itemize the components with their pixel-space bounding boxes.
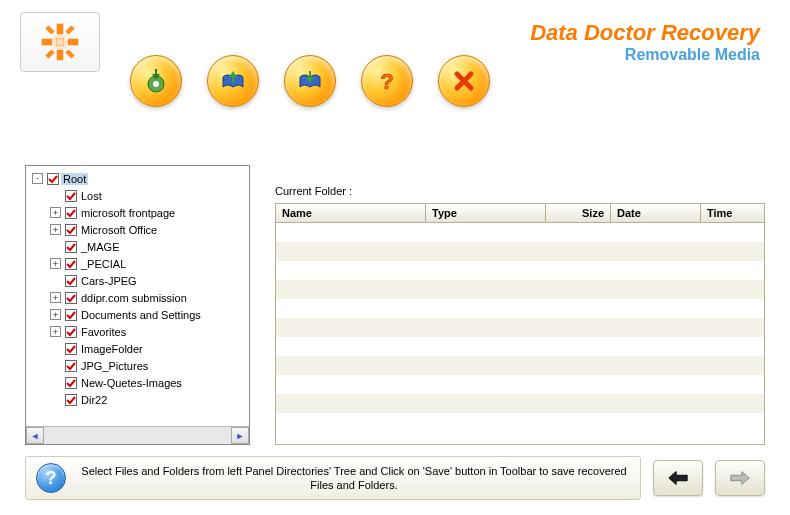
logo-ornament-icon (40, 22, 80, 62)
tree-node-label[interactable]: Root (61, 173, 88, 185)
close-button[interactable] (438, 55, 490, 107)
expander-spacer (50, 275, 61, 286)
svg-rect-4 (46, 26, 54, 34)
tree-node-label[interactable]: _PECIAL (79, 258, 128, 270)
tree-node-label[interactable]: ddipr.com submission (79, 292, 189, 304)
table-row (276, 413, 764, 432)
tree-node-label[interactable]: Lost (79, 190, 104, 202)
table-row (276, 394, 764, 413)
tree-node-label[interactable]: Cars-JPEG (79, 275, 139, 287)
column-header-date[interactable]: Date (611, 204, 701, 222)
table-row (276, 261, 764, 280)
tree-node-label[interactable]: Dir22 (79, 394, 109, 406)
scroll-right-button[interactable]: ► (231, 427, 249, 444)
table-row (276, 299, 764, 318)
tree-node-label[interactable]: Favorites (79, 326, 128, 338)
svg-rect-6 (46, 50, 54, 58)
checkbox[interactable] (65, 241, 77, 253)
tree-node-label[interactable]: _MAGE (79, 241, 122, 253)
checkbox[interactable] (65, 394, 77, 406)
grid-header: Name Type Size Date Time (275, 203, 765, 223)
collapse-icon[interactable]: - (32, 173, 43, 184)
table-row (276, 375, 764, 394)
expand-icon[interactable]: + (50, 224, 61, 235)
column-header-time[interactable]: Time (701, 204, 764, 222)
svg-rect-1 (57, 50, 63, 60)
column-header-type[interactable]: Type (426, 204, 546, 222)
checkbox[interactable] (65, 207, 77, 219)
tree-node[interactable]: Dir22 (28, 391, 247, 408)
book-down-icon (296, 67, 324, 95)
tree-node-label[interactable]: ImageFolder (79, 343, 145, 355)
save-button[interactable] (284, 55, 336, 107)
svg-rect-5 (66, 26, 74, 34)
expand-icon[interactable]: + (50, 258, 61, 269)
tree-node[interactable]: JPG_Pictures (28, 357, 247, 374)
svg-point-11 (153, 81, 159, 87)
tree-node-label[interactable]: Microsoft Office (79, 224, 159, 236)
tree-node-label[interactable]: New-Quetes-Images (79, 377, 184, 389)
checkbox[interactable] (47, 173, 59, 185)
tree-node-label[interactable]: Documents and Settings (79, 309, 203, 321)
tree-node-label[interactable]: JPG_Pictures (79, 360, 150, 372)
checkbox[interactable] (65, 377, 77, 389)
checkbox[interactable] (65, 224, 77, 236)
checkbox[interactable] (65, 292, 77, 304)
svg-rect-3 (68, 39, 78, 45)
svg-rect-7 (66, 50, 74, 58)
app-title-block: Data Doctor Recovery Removable Media (530, 20, 760, 64)
tree-node[interactable]: _MAGE (28, 238, 247, 255)
load-button[interactable] (130, 55, 182, 107)
table-row (276, 337, 764, 356)
tree-body[interactable]: -RootLost+microsoft frontpage+Microsoft … (26, 166, 249, 426)
tree-node-label[interactable]: microsoft frontpage (79, 207, 177, 219)
svg-text:?: ? (380, 69, 393, 94)
tree-node[interactable]: Lost (28, 187, 247, 204)
table-row (276, 242, 764, 261)
checkbox[interactable] (65, 326, 77, 338)
column-header-size[interactable]: Size (546, 204, 611, 222)
column-header-name[interactable]: Name (276, 204, 426, 222)
cross-icon (450, 67, 478, 95)
expand-icon[interactable]: + (50, 309, 61, 320)
table-row (276, 356, 764, 375)
hint-panel: ? Select Files and Folders from left Pan… (25, 456, 641, 500)
tree-panel: -RootLost+microsoft frontpage+Microsoft … (25, 165, 250, 445)
tree-node[interactable]: +Favorites (28, 323, 247, 340)
checkbox[interactable] (65, 309, 77, 321)
tree-node[interactable]: +microsoft frontpage (28, 204, 247, 221)
table-row (276, 318, 764, 337)
expand-icon[interactable]: + (50, 326, 61, 337)
tree-node[interactable]: +ddipr.com submission (28, 289, 247, 306)
app-title: Data Doctor Recovery (530, 20, 760, 46)
tree-node[interactable]: -Root (28, 170, 247, 187)
expand-icon[interactable]: + (50, 207, 61, 218)
expander-spacer (50, 360, 61, 371)
tree-node[interactable]: ImageFolder (28, 340, 247, 357)
checkbox[interactable] (65, 190, 77, 202)
checkbox[interactable] (65, 360, 77, 372)
expander-spacer (50, 190, 61, 201)
help-button[interactable]: ? (361, 55, 413, 107)
checkbox[interactable] (65, 275, 77, 287)
app-subtitle: Removable Media (530, 46, 760, 64)
tree-node[interactable]: +_PECIAL (28, 255, 247, 272)
open-button[interactable] (207, 55, 259, 107)
scroll-left-button[interactable]: ◄ (26, 427, 44, 444)
expand-icon[interactable]: + (50, 292, 61, 303)
tree-node[interactable]: +Microsoft Office (28, 221, 247, 238)
tree-node[interactable]: +Documents and Settings (28, 306, 247, 323)
toolbar: ? (130, 55, 490, 107)
back-button[interactable] (653, 460, 703, 496)
horizontal-scrollbar[interactable]: ◄ ► (26, 426, 249, 444)
svg-rect-0 (57, 24, 63, 34)
next-button[interactable] (715, 460, 765, 496)
tree-node[interactable]: Cars-JPEG (28, 272, 247, 289)
svg-rect-2 (42, 39, 52, 45)
checkbox[interactable] (65, 343, 77, 355)
expander-spacer (50, 343, 61, 354)
expander-spacer (50, 377, 61, 388)
checkbox[interactable] (65, 258, 77, 270)
tree-node[interactable]: New-Quetes-Images (28, 374, 247, 391)
arrow-left-icon (667, 469, 689, 487)
